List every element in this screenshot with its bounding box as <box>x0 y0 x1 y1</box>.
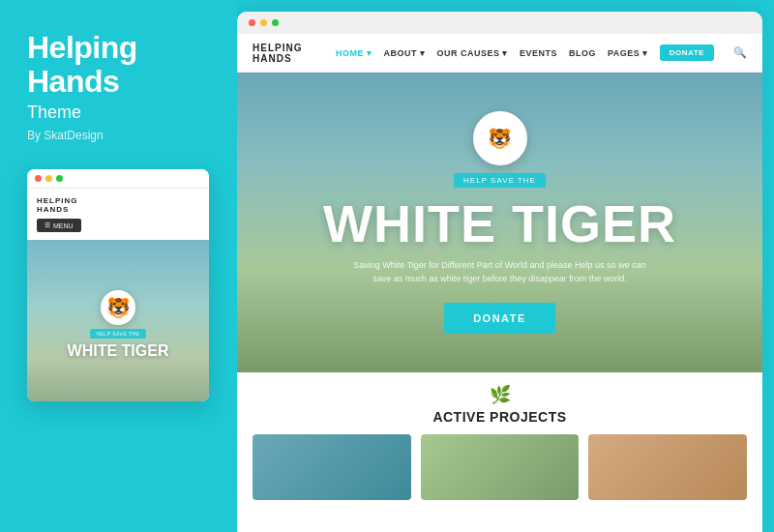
mobile-titlebar <box>27 169 209 189</box>
hero-tiger-icon: 🐯 <box>473 111 527 165</box>
hero-description: Saving White Tiger for Different Part of… <box>345 259 655 285</box>
hero-help-save-label: HELP SAVE THE <box>454 173 546 188</box>
by-line: By SkatDesign <box>27 129 210 142</box>
dot-yellow <box>45 175 52 182</box>
dot-red <box>35 175 42 182</box>
browser-bar <box>237 12 762 34</box>
tree-icon: 🌿 <box>490 384 511 405</box>
hero-title: WHITE TIGER <box>323 197 676 250</box>
mobile-hero: 🐯 HELP SAVE THE WHITE TIGER <box>27 240 209 401</box>
bottom-section: 🌿 ACTIVE PROJECTS <box>237 372 762 532</box>
nav-events[interactable]: EVENTS <box>520 48 557 58</box>
brand-title: Helping Hands <box>27 31 210 99</box>
brand-subtitle: Theme <box>27 103 210 123</box>
nav-blog[interactable]: BLOG <box>569 48 596 58</box>
browser-dot-green <box>272 19 279 26</box>
mobile-hero-title: WHITE TIGER <box>68 342 169 360</box>
project-card-3[interactable] <box>588 434 747 500</box>
hero-content: 🐯 HELP SAVE THE WHITE TIGER Saving White… <box>237 73 762 372</box>
mobile-brand: HELPING HANDS <box>37 196 78 214</box>
mobile-preview: HELPING HANDS ☰ MENU 🐯 HELP SAVE THE WHI… <box>27 169 209 401</box>
site-logo: HELPING HANDS <box>253 43 302 64</box>
dot-green <box>56 175 63 182</box>
project-cards <box>253 434 747 500</box>
right-panel: HELPING HANDS HOME ▾ ABOUT ▾ OUR CAUSES … <box>237 12 762 532</box>
browser-dot-red <box>249 19 255 26</box>
mobile-header: HELPING HANDS ☰ MENU <box>27 189 209 240</box>
browser-dot-yellow <box>260 19 267 26</box>
active-projects-title: ACTIVE PROJECTS <box>432 409 566 425</box>
hero-donate-button[interactable]: DONATE <box>444 303 555 334</box>
nav-causes[interactable]: OUR CAUSES ▾ <box>436 48 508 58</box>
nav-pages[interactable]: PAGES ▾ <box>608 48 648 58</box>
search-icon[interactable]: 🔍 <box>733 46 747 59</box>
nav-about[interactable]: ABOUT ▾ <box>383 48 425 58</box>
project-card-2[interactable] <box>421 434 580 500</box>
nav-home[interactable]: HOME ▾ <box>336 48 372 58</box>
mobile-menu-button[interactable]: ☰ MENU <box>37 219 81 232</box>
nav-donate-button[interactable]: DONATE <box>660 44 714 61</box>
site-nav: HELPING HANDS HOME ▾ ABOUT ▾ OUR CAUSES … <box>237 34 762 73</box>
hero-section: 🐯 HELP SAVE THE WHITE TIGER Saving White… <box>237 73 762 372</box>
mobile-help-save-label: HELP SAVE THE <box>90 329 145 339</box>
mobile-tiger-icon: 🐯 <box>101 290 135 325</box>
project-card-1[interactable] <box>253 434 411 500</box>
left-panel: Helping Hands Theme By SkatDesign HELPIN… <box>0 0 237 532</box>
nav-links: HOME ▾ ABOUT ▾ OUR CAUSES ▾ EVENTS BLOG … <box>336 44 747 61</box>
